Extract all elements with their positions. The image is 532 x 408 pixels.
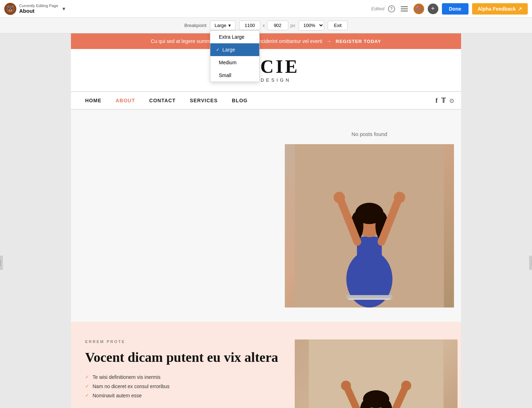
main-content: No posts found — [71, 110, 461, 322]
breakpoint-option-small[interactable]: Small — [210, 69, 259, 82]
svg-rect-0 — [401, 6, 408, 7]
checkmark-icon-1: ✓ — [85, 374, 89, 380]
svg-rect-15 — [347, 295, 393, 299]
check-icon: ✓ — [216, 47, 220, 52]
help-icon[interactable]: ? — [388, 5, 395, 12]
check-text-2: Nam no diceret ex consul erroribus — [93, 383, 170, 389]
page-frame: Cu qui sed at legere summo mel summo pop… — [71, 33, 461, 408]
dropdown-chevron-icon: ▾ — [228, 23, 231, 28]
bottom-image-col — [295, 339, 458, 408]
page-area: Cu qui sed at legere summo mel summo pop… — [0, 33, 532, 408]
content-right: No posts found — [285, 124, 454, 308]
svg-point-27 — [341, 381, 351, 391]
breakpoint-option-medium[interactable]: Medium — [210, 56, 259, 69]
left-resize-handle[interactable] — [0, 256, 3, 270]
alpha-feedback-button[interactable]: Alpha Feedback ↗ — [472, 3, 528, 15]
instagram-icon[interactable]: ⊙ — [449, 97, 454, 104]
editing-label: Currently Editing Page — [19, 4, 58, 8]
editing-page: About — [19, 8, 58, 14]
check-item-1: ✓ Te wisi definitionem vis inermis — [85, 374, 284, 380]
nav-home[interactable]: HOME — [78, 92, 109, 109]
width-input[interactable] — [239, 21, 260, 30]
twitter-icon[interactable]: 𝕋 — [441, 97, 446, 104]
site-header: JOCIE DOE DESIGN — [71, 49, 461, 92]
nav-links: HOME ABOUT CONTACT SERVICES BLOG — [78, 92, 255, 109]
section-eyebrow: ERREM PROTE — [85, 339, 284, 344]
svg-point-12 — [334, 192, 345, 203]
top-bar-right: Edited ? 🟤 + Done Alpha Feedback ↗ — [371, 3, 528, 15]
check-list: ✓ Te wisi definitionem vis inermis ✓ Nam… — [85, 374, 284, 398]
breakpoint-menu: Extra Large ✓ Large Medium Small — [210, 30, 260, 82]
zoom-select[interactable]: 50% 75% 100% 125% 150% — [299, 20, 324, 31]
no-posts-label: No posts found — [285, 124, 454, 144]
checkmark-icon-3: ✓ — [85, 393, 89, 398]
nav-social: f 𝕋 ⊙ — [436, 97, 454, 104]
exit-button[interactable]: Exit — [328, 21, 348, 30]
selected-breakpoint: Large — [215, 23, 226, 28]
bottom-text-col: ERREM PROTE Vocent dicam putent eu vix a… — [85, 339, 284, 408]
content-left — [78, 124, 285, 308]
section-heading: Vocent dicam putent eu vix altera — [85, 349, 284, 366]
nav-about[interactable]: ABOUT — [109, 92, 142, 109]
top-bar-left: 🐻 Currently Editing Page About ▾ — [4, 3, 371, 15]
site-logo-sub: DOE DESIGN — [78, 77, 454, 83]
breakpoint-option-large[interactable]: ✓ Large — [210, 43, 259, 56]
content-row: No posts found — [78, 124, 454, 308]
option-label-small: Small — [219, 72, 231, 78]
announcement-cta: REGISTER TODAY — [336, 39, 381, 44]
svg-rect-1 — [401, 9, 408, 9]
facebook-icon[interactable]: f — [436, 97, 438, 104]
menu-icon-btn[interactable] — [399, 5, 410, 13]
checkmark-icon-2: ✓ — [85, 383, 89, 389]
page-select-chevron[interactable]: ▾ — [61, 4, 67, 13]
breakpoint-dropdown[interactable]: Large ▾ Extra Large ✓ Large Medium Small — [210, 21, 235, 30]
edited-status: Edited — [371, 6, 384, 11]
height-input[interactable] — [267, 21, 288, 30]
check-item-3: ✓ Nominavit autem esse — [85, 393, 284, 398]
site-logo-main: JOCIE — [78, 58, 454, 76]
breakpoint-bar: Breakpoint Large ▾ Extra Large ✓ Large M… — [0, 18, 532, 33]
announcement-bar: Cu qui sed at legere summo mel summo pop… — [71, 33, 461, 49]
svg-point-28 — [401, 381, 411, 391]
avatar: 🐻 — [4, 3, 16, 15]
top-bar: 🐻 Currently Editing Page About ▾ Edited … — [0, 0, 532, 18]
option-label-large: Large — [222, 47, 235, 53]
right-resize-handle[interactable] — [529, 256, 532, 270]
option-label-extralarge: Extra Large — [219, 34, 244, 40]
option-label-medium: Medium — [219, 60, 237, 65]
check-text-1: Te wisi definitionem vis inermis — [93, 374, 160, 380]
nav-contact[interactable]: CONTACT — [142, 92, 183, 109]
done-button[interactable]: Done — [442, 3, 469, 15]
dimension-separator: x — [262, 23, 265, 28]
hero-image — [285, 144, 454, 308]
external-link-icon: ↗ — [518, 6, 522, 12]
site-nav: HOME ABOUT CONTACT SERVICES BLOG f 𝕋 ⊙ — [71, 92, 461, 110]
svg-rect-2 — [401, 11, 408, 11]
nav-blog[interactable]: BLOG — [225, 92, 255, 109]
dimension-inputs: x px — [239, 21, 295, 30]
user-avatar[interactable]: 🟤 — [414, 4, 424, 14]
bottom-section: ERREM PROTE Vocent dicam putent eu vix a… — [71, 322, 461, 408]
nav-services[interactable]: SERVICES — [183, 92, 225, 109]
svg-point-13 — [394, 192, 405, 203]
breakpoint-trigger[interactable]: Large ▾ — [210, 21, 235, 30]
editing-info: Currently Editing Page About — [19, 4, 58, 14]
breakpoint-label: Breakpoint — [184, 23, 206, 28]
check-item-2: ✓ Nam no diceret ex consul erroribus — [85, 383, 284, 389]
check-text-3: Nominavit autem esse — [93, 393, 142, 398]
breakpoint-option-extralarge[interactable]: Extra Large — [210, 31, 259, 43]
dimension-unit: px — [290, 23, 295, 28]
announcement-arrow-icon: → — [327, 38, 332, 44]
add-button[interactable]: + — [428, 4, 438, 14]
